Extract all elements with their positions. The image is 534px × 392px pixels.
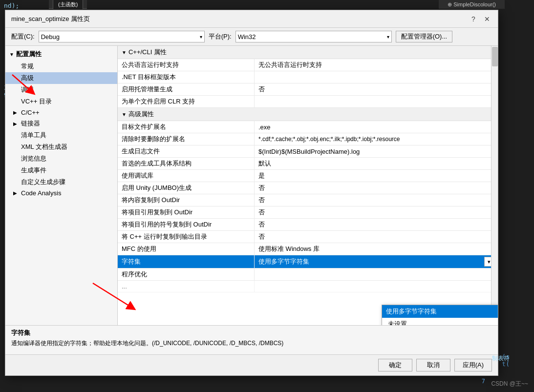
prop-row-clean: 清除时要删除的扩展名 *.cdf;*.cache;*.obj;*.obj.enc… <box>118 133 498 145</box>
prop-row-optim: 程序优化 <box>118 268 498 281</box>
dropdown-item-unset[interactable]: 未设置 <box>382 318 498 325</box>
tree-item-vc-dirs[interactable]: VC++ 目录 <box>5 96 117 107</box>
title-bar: mine_scan_optimize 属性页 ? ✕ <box>5 10 498 28</box>
tree-item-custom-build[interactable]: 自定义生成步骤 <box>5 176 117 188</box>
config-row: 配置(C): Debug ▾ 平台(P): Win32 ▾ 配置管理器(O)..… <box>5 28 498 46</box>
prop-row-copy-rt: 将 C++ 运行时复制到输出目录 否 <box>118 231 498 243</box>
prop-name: 清除时要删除的扩展名 <box>118 133 255 145</box>
tree-item-label: C/C++ <box>21 109 40 116</box>
prop-name: .NET 目标框架版本 <box>118 71 255 83</box>
cpp-cli-section-header[interactable]: ▼ C++/CLI 属性 <box>118 46 498 59</box>
apply-button[interactable]: 应用(A) <box>454 359 492 371</box>
prop-row-debuglib: 使用调试库 是 <box>118 170 498 182</box>
config-label: 配置(C): <box>11 32 35 41</box>
prop-value[interactable]: $(IntDir)$(MSBuildProjectName).log <box>255 145 498 157</box>
tree-item-events[interactable]: 生成事件 <box>5 165 117 176</box>
tree-item-code-analysis[interactable]: ▶ Code Analysis <box>5 188 117 198</box>
platform-select[interactable]: Win32 ▾ <box>235 31 392 42</box>
prop-row-copy-sym: 将项目引用的符号复制到 OutDir 否 <box>118 219 498 231</box>
prop-value[interactable]: 否 <box>255 231 498 243</box>
prop-value[interactable] <box>255 281 498 292</box>
prop-value[interactable] <box>255 268 498 280</box>
platform-arrow-icon: ▾ <box>387 34 389 40</box>
prop-row-more: ... <box>118 281 498 292</box>
scrollbar[interactable] <box>491 46 498 325</box>
prop-value[interactable]: 默认 <box>255 158 498 169</box>
bg-code-right: 7 <box>482 378 485 385</box>
prop-value[interactable] <box>255 71 498 83</box>
prop-value[interactable]: *.cdf;*.cache;*.obj;*.obj.enc;*.ilk;*.ip… <box>255 133 498 145</box>
prop-name: 将项目引用的符号复制到 OutDir <box>118 219 255 230</box>
prop-value-charset[interactable]: 使用多字节字符集 ▾ <box>255 255 498 268</box>
section-arrow-icon: ▼ <box>122 112 127 117</box>
tree-item-label: 常规 <box>21 62 34 71</box>
prop-value[interactable]: 使用标准 Windows 库 <box>255 243 498 255</box>
ok-button[interactable]: 确定 <box>378 359 412 371</box>
prop-name: 目标文件扩展名 <box>118 121 255 133</box>
tree-item-normal[interactable]: 常规 <box>5 61 117 72</box>
prop-name: MFC 的使用 <box>118 243 255 255</box>
prop-value[interactable]: 否 <box>255 219 498 230</box>
tree-item-cpp[interactable]: ▶ C/C++ <box>5 107 117 118</box>
tree-item-arrow-icon: ▶ <box>13 190 19 196</box>
advanced-section-header[interactable]: ▼ 高级属性 <box>118 108 498 121</box>
section-title: 高级属性 <box>128 110 154 119</box>
main-content: ▼ 配置属性 常规 高级 调试 VC++ 目录 ▶ C <box>5 46 498 325</box>
config-manager-button[interactable]: 配置管理器(O)... <box>396 31 453 42</box>
tree-item-browse[interactable]: 浏览信息 <box>5 153 117 165</box>
tree-item-manifest[interactable]: 清单工具 <box>5 129 117 141</box>
prop-value[interactable]: 否 <box>255 206 498 218</box>
cancel-button[interactable]: 取消 <box>416 359 450 371</box>
prop-row-unity: 启用 Unity (JUMBO)生成 否 <box>118 182 498 194</box>
config-arrow-icon: ▾ <box>200 34 202 40</box>
desc-text: 通知编译器使用指定的字符集；帮助处理本地化问题。(/D_UNICODE, /DU… <box>11 339 492 348</box>
simple-discolour-tab[interactable]: ⊕ SimpleDiscolour() <box>443 0 501 9</box>
tree-item-advanced[interactable]: 高级 <box>5 72 117 84</box>
tree-item-label: XML 文档生成器 <box>21 143 67 151</box>
tree-item-arrow-icon: ▶ <box>13 121 19 126</box>
prop-row-charset[interactable]: 字符集 使用多字节字符集 ▾ <box>118 255 498 268</box>
platform-value: Win32 <box>238 33 256 41</box>
prop-row-log: 生成日志文件 $(IntDir)$(MSBuildProjectName).lo… <box>118 145 498 158</box>
desc-title: 字符集 <box>11 329 492 337</box>
prop-value[interactable]: 否 <box>255 194 498 206</box>
prop-row-dotnet: .NET 目标框架版本 <box>118 71 498 83</box>
tree-item-arrow-icon: ▶ <box>13 110 19 115</box>
dropdown-header: 使用多字节字符集 ▾ <box>382 305 498 318</box>
tab-strip: (主函数) <box>49 0 87 9</box>
prop-row-copy-content: 将内容复制到 OutDir 否 <box>118 194 498 206</box>
bg-code-top: nd); <box>0 1 23 10</box>
tree-item-label: 浏览信息 <box>21 154 46 163</box>
title-controls: ? ✕ <box>469 14 492 24</box>
tree-item-label: 高级 <box>21 74 34 83</box>
help-button[interactable]: ? <box>469 14 478 24</box>
prop-value[interactable]: 是 <box>255 170 498 182</box>
close-button[interactable]: ✕ <box>482 14 492 24</box>
prop-name: 将内容复制到 OutDir <box>118 194 255 206</box>
prop-name: 程序优化 <box>118 268 255 280</box>
prop-row-clr-file: 为单个文件启用 CLR 支持 <box>118 96 498 108</box>
tree-item-linker[interactable]: ▶ 链接器 <box>5 118 117 129</box>
prop-row-toolarch: 首选的生成工具体系结构 默认 <box>118 158 498 170</box>
dropdown-header-text: 使用多字节字符集 <box>386 307 437 316</box>
prop-name: 为单个文件启用 CLR 支持 <box>118 96 255 107</box>
prop-value[interactable]: 否 <box>255 83 498 95</box>
prop-value[interactable]: 无公共语言运行时支持 <box>255 59 498 71</box>
prop-value[interactable]: 否 <box>255 182 498 194</box>
prop-value[interactable]: .exe <box>255 121 498 133</box>
prop-value[interactable] <box>255 96 498 107</box>
watermark: CSDN @王~~ <box>491 380 528 388</box>
tree-item-xml[interactable]: XML 文档生成器 <box>5 141 117 153</box>
scrollbar-thumb[interactable] <box>492 47 498 66</box>
tree-item-label: Code Analysis <box>21 189 61 197</box>
prop-row-clr: 公共语言运行时支持 无公共语言运行时支持 <box>118 59 498 71</box>
platform-label: 平台(P): <box>209 32 232 41</box>
tree-item-label: 调试 <box>21 85 34 94</box>
config-select[interactable]: Debug ▾ <box>39 31 205 42</box>
prop-name: 将项目引用复制到 OutDir <box>118 206 255 218</box>
tree-item-debug[interactable]: 调试 <box>5 84 117 96</box>
tree-item-label: 链接器 <box>21 119 40 128</box>
tree-panel: ▼ 配置属性 常规 高级 调试 VC++ 目录 ▶ C <box>5 46 118 325</box>
tab-active[interactable]: (主函数) <box>53 0 83 9</box>
tree-root: ▼ 配置属性 <box>5 48 117 61</box>
